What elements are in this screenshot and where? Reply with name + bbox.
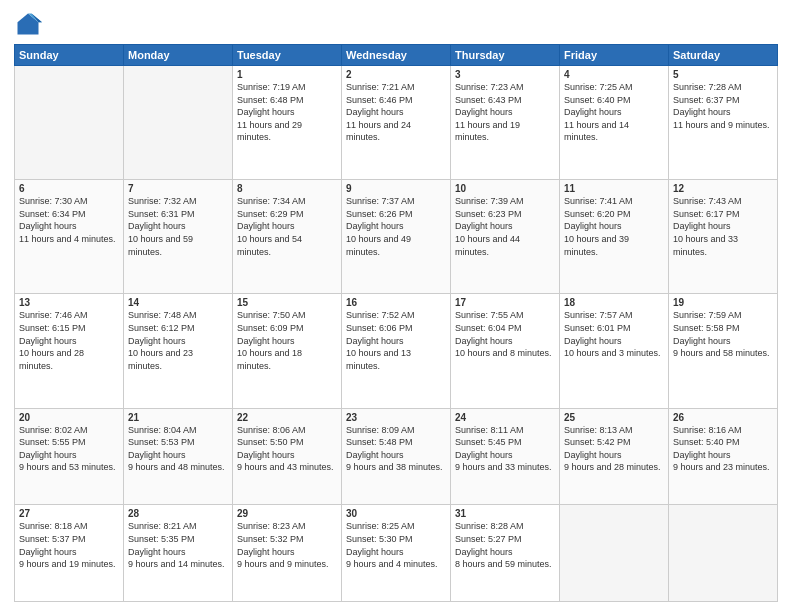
cell-text: Sunrise: 7:19 AMSunset: 6:48 PMDaylight …: [237, 82, 306, 142]
calendar-cell: [669, 505, 778, 602]
day-number: 27: [19, 508, 119, 519]
cell-text: Sunrise: 8:11 AMSunset: 5:45 PMDaylight …: [455, 425, 552, 473]
day-number: 18: [564, 297, 664, 308]
cell-text: Sunrise: 7:23 AMSunset: 6:43 PMDaylight …: [455, 82, 524, 142]
calendar-cell: 14Sunrise: 7:48 AMSunset: 6:12 PMDayligh…: [124, 294, 233, 408]
calendar-cell: 24Sunrise: 8:11 AMSunset: 5:45 PMDayligh…: [451, 408, 560, 505]
cell-text: Sunrise: 8:04 AMSunset: 5:53 PMDaylight …: [128, 425, 225, 473]
cell-text: Sunrise: 7:32 AMSunset: 6:31 PMDaylight …: [128, 196, 197, 256]
calendar-cell: 29Sunrise: 8:23 AMSunset: 5:32 PMDayligh…: [233, 505, 342, 602]
day-number: 25: [564, 412, 664, 423]
day-number: 22: [237, 412, 337, 423]
calendar-cell: 11Sunrise: 7:41 AMSunset: 6:20 PMDayligh…: [560, 180, 669, 294]
cell-text: Sunrise: 7:25 AMSunset: 6:40 PMDaylight …: [564, 82, 633, 142]
calendar-cell: 2Sunrise: 7:21 AMSunset: 6:46 PMDaylight…: [342, 66, 451, 180]
day-number: 30: [346, 508, 446, 519]
cell-text: Sunrise: 7:57 AMSunset: 6:01 PMDaylight …: [564, 310, 661, 358]
calendar-header-wednesday: Wednesday: [342, 45, 451, 66]
calendar-cell: 9Sunrise: 7:37 AMSunset: 6:26 PMDaylight…: [342, 180, 451, 294]
calendar-cell: 27Sunrise: 8:18 AMSunset: 5:37 PMDayligh…: [15, 505, 124, 602]
calendar-cell: 18Sunrise: 7:57 AMSunset: 6:01 PMDayligh…: [560, 294, 669, 408]
day-number: 21: [128, 412, 228, 423]
calendar-header-row: SundayMondayTuesdayWednesdayThursdayFrid…: [15, 45, 778, 66]
cell-text: Sunrise: 7:21 AMSunset: 6:46 PMDaylight …: [346, 82, 415, 142]
cell-text: Sunrise: 7:50 AMSunset: 6:09 PMDaylight …: [237, 310, 306, 370]
day-number: 8: [237, 183, 337, 194]
cell-text: Sunrise: 7:48 AMSunset: 6:12 PMDaylight …: [128, 310, 197, 370]
day-number: 3: [455, 69, 555, 80]
cell-text: Sunrise: 7:28 AMSunset: 6:37 PMDaylight …: [673, 82, 770, 130]
calendar-header-sunday: Sunday: [15, 45, 124, 66]
cell-text: Sunrise: 7:41 AMSunset: 6:20 PMDaylight …: [564, 196, 633, 256]
calendar-cell: 31Sunrise: 8:28 AMSunset: 5:27 PMDayligh…: [451, 505, 560, 602]
calendar-cell: 16Sunrise: 7:52 AMSunset: 6:06 PMDayligh…: [342, 294, 451, 408]
day-number: 2: [346, 69, 446, 80]
calendar-cell: 6Sunrise: 7:30 AMSunset: 6:34 PMDaylight…: [15, 180, 124, 294]
calendar-week-0: 1Sunrise: 7:19 AMSunset: 6:48 PMDaylight…: [15, 66, 778, 180]
calendar-cell: 20Sunrise: 8:02 AMSunset: 5:55 PMDayligh…: [15, 408, 124, 505]
calendar-cell: 1Sunrise: 7:19 AMSunset: 6:48 PMDaylight…: [233, 66, 342, 180]
day-number: 24: [455, 412, 555, 423]
day-number: 20: [19, 412, 119, 423]
logo-icon: [14, 10, 42, 38]
calendar-header-friday: Friday: [560, 45, 669, 66]
calendar-cell: 12Sunrise: 7:43 AMSunset: 6:17 PMDayligh…: [669, 180, 778, 294]
cell-text: Sunrise: 8:25 AMSunset: 5:30 PMDaylight …: [346, 521, 438, 569]
calendar-cell: 30Sunrise: 8:25 AMSunset: 5:30 PMDayligh…: [342, 505, 451, 602]
cell-text: Sunrise: 8:18 AMSunset: 5:37 PMDaylight …: [19, 521, 116, 569]
calendar-cell: 19Sunrise: 7:59 AMSunset: 5:58 PMDayligh…: [669, 294, 778, 408]
calendar-header-saturday: Saturday: [669, 45, 778, 66]
calendar-cell: 23Sunrise: 8:09 AMSunset: 5:48 PMDayligh…: [342, 408, 451, 505]
calendar-cell: 4Sunrise: 7:25 AMSunset: 6:40 PMDaylight…: [560, 66, 669, 180]
cell-text: Sunrise: 7:55 AMSunset: 6:04 PMDaylight …: [455, 310, 552, 358]
cell-text: Sunrise: 7:43 AMSunset: 6:17 PMDaylight …: [673, 196, 742, 256]
calendar-week-4: 27Sunrise: 8:18 AMSunset: 5:37 PMDayligh…: [15, 505, 778, 602]
day-number: 7: [128, 183, 228, 194]
cell-text: Sunrise: 8:23 AMSunset: 5:32 PMDaylight …: [237, 521, 329, 569]
day-number: 31: [455, 508, 555, 519]
calendar-cell: 3Sunrise: 7:23 AMSunset: 6:43 PMDaylight…: [451, 66, 560, 180]
day-number: 4: [564, 69, 664, 80]
cell-text: Sunrise: 8:16 AMSunset: 5:40 PMDaylight …: [673, 425, 770, 473]
day-number: 14: [128, 297, 228, 308]
day-number: 5: [673, 69, 773, 80]
day-number: 23: [346, 412, 446, 423]
calendar-cell: 22Sunrise: 8:06 AMSunset: 5:50 PMDayligh…: [233, 408, 342, 505]
cell-text: Sunrise: 8:09 AMSunset: 5:48 PMDaylight …: [346, 425, 443, 473]
calendar-week-1: 6Sunrise: 7:30 AMSunset: 6:34 PMDaylight…: [15, 180, 778, 294]
calendar-week-2: 13Sunrise: 7:46 AMSunset: 6:15 PMDayligh…: [15, 294, 778, 408]
calendar-cell: 25Sunrise: 8:13 AMSunset: 5:42 PMDayligh…: [560, 408, 669, 505]
day-number: 9: [346, 183, 446, 194]
page: SundayMondayTuesdayWednesdayThursdayFrid…: [0, 0, 792, 612]
calendar-cell: 13Sunrise: 7:46 AMSunset: 6:15 PMDayligh…: [15, 294, 124, 408]
cell-text: Sunrise: 8:21 AMSunset: 5:35 PMDaylight …: [128, 521, 225, 569]
calendar-cell: 26Sunrise: 8:16 AMSunset: 5:40 PMDayligh…: [669, 408, 778, 505]
cell-text: Sunrise: 7:52 AMSunset: 6:06 PMDaylight …: [346, 310, 415, 370]
cell-text: Sunrise: 7:34 AMSunset: 6:29 PMDaylight …: [237, 196, 306, 256]
day-number: 29: [237, 508, 337, 519]
day-number: 15: [237, 297, 337, 308]
day-number: 11: [564, 183, 664, 194]
day-number: 19: [673, 297, 773, 308]
calendar-cell: 7Sunrise: 7:32 AMSunset: 6:31 PMDaylight…: [124, 180, 233, 294]
cell-text: Sunrise: 8:13 AMSunset: 5:42 PMDaylight …: [564, 425, 661, 473]
calendar-cell: [560, 505, 669, 602]
calendar-cell: 15Sunrise: 7:50 AMSunset: 6:09 PMDayligh…: [233, 294, 342, 408]
calendar-cell: 21Sunrise: 8:04 AMSunset: 5:53 PMDayligh…: [124, 408, 233, 505]
calendar-cell: 17Sunrise: 7:55 AMSunset: 6:04 PMDayligh…: [451, 294, 560, 408]
calendar-cell: [124, 66, 233, 180]
calendar-cell: 28Sunrise: 8:21 AMSunset: 5:35 PMDayligh…: [124, 505, 233, 602]
day-number: 16: [346, 297, 446, 308]
day-number: 6: [19, 183, 119, 194]
cell-text: Sunrise: 8:28 AMSunset: 5:27 PMDaylight …: [455, 521, 552, 569]
calendar-cell: 10Sunrise: 7:39 AMSunset: 6:23 PMDayligh…: [451, 180, 560, 294]
calendar-cell: 5Sunrise: 7:28 AMSunset: 6:37 PMDaylight…: [669, 66, 778, 180]
day-number: 12: [673, 183, 773, 194]
day-number: 10: [455, 183, 555, 194]
calendar-week-3: 20Sunrise: 8:02 AMSunset: 5:55 PMDayligh…: [15, 408, 778, 505]
cell-text: Sunrise: 7:30 AMSunset: 6:34 PMDaylight …: [19, 196, 116, 244]
svg-marker-0: [18, 14, 39, 35]
calendar-cell: [15, 66, 124, 180]
calendar-table: SundayMondayTuesdayWednesdayThursdayFrid…: [14, 44, 778, 602]
day-number: 17: [455, 297, 555, 308]
